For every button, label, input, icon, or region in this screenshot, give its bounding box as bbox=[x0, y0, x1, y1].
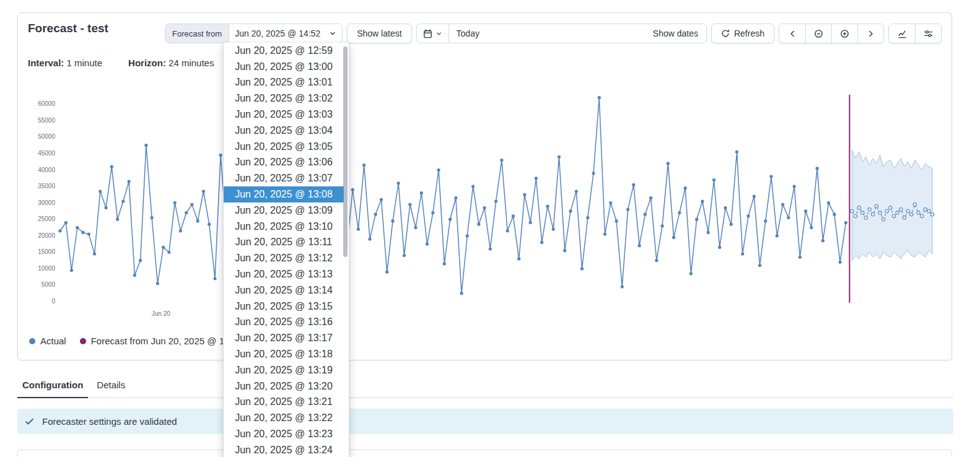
interval-label: Interval: bbox=[28, 58, 64, 68]
date-range-value[interactable]: Today bbox=[449, 28, 487, 38]
datetime-option[interactable]: Jun 20, 2025 @ 13:13 bbox=[224, 266, 344, 282]
horizon-label: Horizon: bbox=[128, 58, 166, 68]
datetime-option[interactable]: Jun 20, 2025 @ 13:15 bbox=[224, 298, 344, 315]
horizon-value: 24 minutes bbox=[168, 58, 214, 68]
interval-info: Interval: 1 minute bbox=[28, 58, 102, 68]
legend-forecast-label: Forecast from Jun 20, 2025 @ 14:52 bbox=[91, 336, 243, 346]
svg-text:30000: 30000 bbox=[38, 199, 55, 206]
toolbar: Forecast from Jun 20, 2025 @ 14:52 Show … bbox=[165, 24, 942, 43]
datetime-option[interactable]: Jun 20, 2025 @ 13:22 bbox=[224, 410, 344, 426]
chevron-right-icon bbox=[867, 30, 875, 38]
svg-text:55000: 55000 bbox=[38, 117, 55, 124]
legend-actual-label: Actual bbox=[40, 336, 66, 346]
show-latest-button[interactable]: Show latest bbox=[347, 24, 411, 43]
validation-callout: Forecaster settings are validated bbox=[17, 409, 953, 434]
tabs-divider bbox=[17, 398, 953, 398]
forecast-series-dot-icon bbox=[80, 338, 86, 344]
datetime-option[interactable]: Jun 20, 2025 @ 13:21 bbox=[224, 394, 344, 411]
forecast-meta: Interval: 1 minute Horizon: 24 minutes bbox=[28, 58, 214, 68]
line-chart-icon bbox=[898, 29, 907, 38]
actual-series-dot-icon bbox=[29, 338, 35, 344]
datetime-option[interactable]: Jun 20, 2025 @ 13:03 bbox=[224, 107, 344, 123]
zoom-out-icon bbox=[814, 29, 823, 38]
datetime-option[interactable]: Jun 20, 2025 @ 13:19 bbox=[224, 362, 344, 378]
zoom-out-button[interactable] bbox=[805, 24, 831, 43]
date-picker: Today Show dates bbox=[416, 24, 707, 43]
refresh-button[interactable]: Refresh bbox=[711, 24, 774, 43]
legend-item-forecast[interactable]: Forecast from Jun 20, 2025 @ 14:52 bbox=[80, 336, 243, 346]
calendar-icon bbox=[423, 29, 432, 38]
datetime-option[interactable]: Jun 20, 2025 @ 13:24 bbox=[224, 442, 344, 457]
datetime-option[interactable]: Jun 20, 2025 @ 13:18 bbox=[224, 346, 344, 362]
datetime-option[interactable]: Jun 20, 2025 @ 13:23 bbox=[224, 426, 344, 442]
datetime-option[interactable]: Jun 20, 2025 @ 13:17 bbox=[224, 330, 344, 346]
svg-text:50000: 50000 bbox=[38, 133, 55, 140]
svg-text:15000: 15000 bbox=[38, 248, 55, 255]
zoom-in-icon bbox=[840, 29, 849, 38]
datetime-option[interactable]: Jun 20, 2025 @ 13:04 bbox=[224, 123, 344, 139]
svg-text:Jun 20: Jun 20 bbox=[152, 310, 170, 317]
tabs: Configuration Details bbox=[17, 373, 130, 398]
datetime-option[interactable]: Jun 20, 2025 @ 13:09 bbox=[224, 202, 344, 219]
datetime-option[interactable]: Jun 20, 2025 @ 13:10 bbox=[224, 219, 344, 235]
legend-item-actual[interactable]: Actual bbox=[29, 336, 66, 346]
controls-icon bbox=[924, 29, 933, 38]
datetime-option[interactable]: Jun 20, 2025 @ 13:14 bbox=[224, 282, 344, 298]
check-icon bbox=[24, 416, 35, 427]
svg-text:25000: 25000 bbox=[38, 215, 55, 222]
chevron-down-icon bbox=[435, 30, 442, 37]
tab-configuration[interactable]: Configuration bbox=[17, 373, 88, 398]
page-title: Forecast - test bbox=[28, 22, 108, 35]
datetime-option[interactable]: Jun 20, 2025 @ 13:07 bbox=[224, 170, 344, 186]
datetime-value: Jun 20, 2025 @ 14:52 bbox=[235, 28, 320, 38]
svg-text:45000: 45000 bbox=[38, 150, 55, 157]
svg-text:20000: 20000 bbox=[38, 232, 55, 239]
datetime-option[interactable]: Jun 20, 2025 @ 13:20 bbox=[224, 378, 344, 394]
datetime-option[interactable]: Jun 20, 2025 @ 13:08 bbox=[224, 186, 344, 202]
datetime-option[interactable]: Jun 20, 2025 @ 13:12 bbox=[224, 250, 344, 266]
forecast-from-label: Forecast from bbox=[165, 24, 229, 43]
forecast-from-group: Forecast from Jun 20, 2025 @ 14:52 bbox=[165, 24, 343, 43]
chevron-left-icon bbox=[789, 30, 797, 38]
interval-value: 1 minute bbox=[67, 58, 103, 68]
datetime-option[interactable]: Jun 20, 2025 @ 12:59 bbox=[224, 43, 344, 59]
quick-select-button[interactable] bbox=[417, 24, 449, 43]
datetime-option[interactable]: Jun 20, 2025 @ 13:02 bbox=[224, 90, 344, 107]
pan-left-button[interactable] bbox=[779, 24, 805, 43]
forecast-chart: 0500010000150002000025000300003500040000… bbox=[28, 90, 943, 318]
datetime-option[interactable]: Jun 20, 2025 @ 13:05 bbox=[224, 139, 344, 155]
show-dates-button[interactable]: Show dates bbox=[645, 28, 706, 38]
forecast-panel: Forecast - test Forecast from Jun 20, 20… bbox=[17, 12, 952, 360]
svg-text:35000: 35000 bbox=[38, 183, 55, 189]
chevron-down-icon bbox=[329, 30, 336, 37]
datetime-option-list: Jun 20, 2025 @ 12:59Jun 20, 2025 @ 13:00… bbox=[224, 43, 349, 457]
refresh-icon bbox=[721, 29, 730, 38]
svg-text:10000: 10000 bbox=[38, 265, 55, 272]
chart-type-button[interactable] bbox=[889, 24, 915, 43]
chart-settings-button[interactable] bbox=[915, 24, 941, 43]
svg-text:40000: 40000 bbox=[38, 167, 55, 173]
datetime-option[interactable]: Jun 20, 2025 @ 13:01 bbox=[224, 75, 344, 91]
forecast-from-datetime-input[interactable]: Jun 20, 2025 @ 14:52 bbox=[229, 24, 342, 43]
pan-zoom-group bbox=[779, 24, 884, 43]
dropdown-scrollbar[interactable] bbox=[343, 46, 348, 257]
svg-text:5000: 5000 bbox=[42, 281, 56, 288]
svg-text:60000: 60000 bbox=[38, 100, 55, 107]
callout-message: Forecaster settings are validated bbox=[42, 416, 177, 427]
tab-details[interactable]: Details bbox=[92, 373, 130, 398]
refresh-label: Refresh bbox=[734, 28, 764, 38]
pan-right-button[interactable] bbox=[857, 24, 883, 43]
datetime-option[interactable]: Jun 20, 2025 @ 13:00 bbox=[224, 59, 344, 75]
zoom-in-button[interactable] bbox=[831, 24, 857, 43]
chart-options-group bbox=[888, 24, 942, 43]
datetime-option[interactable]: Jun 20, 2025 @ 13:06 bbox=[224, 155, 344, 171]
datetime-option[interactable]: Jun 20, 2025 @ 13:16 bbox=[224, 315, 344, 331]
datetime-dropdown: Jun 20, 2025 @ 12:59Jun 20, 2025 @ 13:00… bbox=[223, 43, 349, 457]
svg-text:0: 0 bbox=[51, 298, 55, 305]
datetime-option[interactable]: Jun 20, 2025 @ 13:11 bbox=[224, 235, 344, 251]
chart-legend: Actual Forecast from Jun 20, 2025 @ 14:5… bbox=[29, 336, 242, 346]
next-section-panel bbox=[17, 450, 952, 457]
horizon-info: Horizon: 24 minutes bbox=[128, 58, 214, 68]
